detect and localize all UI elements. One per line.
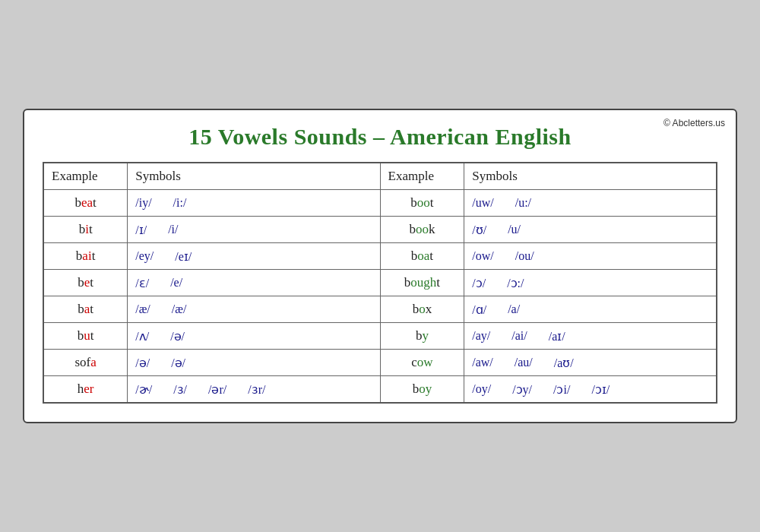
symbol-item: /aw/	[472, 356, 493, 369]
example-post: t	[90, 302, 93, 316]
symbols-right: /ay//ai//aɪ/	[464, 323, 717, 350]
example-right: bought	[380, 270, 464, 296]
example-pre: b	[409, 222, 416, 236]
example-post: t	[90, 328, 94, 343]
symbol-item: /aɪ/	[549, 329, 565, 344]
symbols-right: /oy//ɔy//ɔi//ɔɪ/	[464, 376, 717, 404]
symbols-right: /ow//ou/	[464, 243, 717, 270]
example-post: x	[426, 302, 432, 316]
example-left: her	[43, 376, 128, 404]
example-post: k	[429, 222, 435, 236]
symbol-item: /ɪ/	[135, 223, 147, 237]
example-vowel: ow	[417, 355, 433, 369]
example-vowel: u	[84, 328, 90, 343]
symbols-left: /æ//æ/	[128, 296, 380, 323]
symbols-left: /ey//eɪ/	[128, 243, 380, 270]
table-row: bait/ey//eɪ/boat/ow//ou/	[43, 243, 717, 270]
example-right: boy	[380, 376, 464, 404]
symbol-item: /u:/	[515, 196, 531, 210]
header-example1: Example	[43, 163, 128, 190]
example-vowel: er	[84, 382, 93, 396]
header-symbols1: Symbols	[128, 163, 380, 190]
symbol-item: /ə/	[170, 329, 185, 344]
example-right: boat	[380, 243, 464, 270]
symbol-item: /ɔi/	[553, 382, 570, 397]
symbol-item: /æ/	[135, 302, 150, 316]
example-vowel: y	[422, 328, 429, 343]
symbol-item: /ey/	[135, 249, 154, 263]
symbol-item: /e/	[170, 276, 182, 290]
example-post: t	[436, 275, 440, 290]
example-right: box	[380, 296, 464, 323]
example-vowel: ai	[82, 249, 91, 263]
example-left: sofa	[43, 350, 128, 376]
vowels-table: Example Symbols Example Symbols beat/iy/…	[43, 162, 717, 404]
table-row: but/ʌ//ə/by/ay//ai//aɪ/	[43, 323, 717, 350]
symbols-left: /iy//i:/	[128, 190, 380, 217]
symbol-item: /u/	[508, 223, 521, 236]
page-title: 15 Vowels Sounds – American English	[43, 124, 717, 150]
example-pre: sof	[74, 355, 90, 369]
table-row: beat/iy//i:/boot/uw//u:/	[43, 190, 717, 217]
example-pre: b	[413, 382, 420, 396]
symbol-item: /i:/	[173, 196, 187, 210]
symbol-item: /i/	[168, 223, 178, 236]
symbols-left: /ɛ//e/	[128, 270, 380, 296]
symbol-item: /ə/	[135, 356, 150, 370]
symbol-item: /ai/	[511, 329, 527, 343]
example-pre: b	[410, 195, 417, 210]
table-row: sofa/ə//ə/cow/aw//au//aʊ/	[43, 350, 717, 376]
symbol-item: /ɔy/	[512, 382, 532, 397]
header-example2: Example	[380, 163, 464, 190]
symbols-left: /ʌ//ə/	[128, 323, 380, 350]
header-row: Example Symbols Example Symbols	[43, 163, 717, 190]
symbol-item: /ow/	[472, 249, 493, 263]
example-pre: b	[78, 328, 84, 343]
example-pre: b	[78, 302, 84, 316]
example-vowel: ough	[410, 275, 436, 290]
example-vowel: ea	[81, 195, 93, 210]
symbols-left: /ɪ//i/	[128, 217, 380, 243]
example-pre: b	[411, 249, 418, 263]
table-row: bet/ɛ//e/bought/ɔ//ɔ:/	[43, 270, 717, 296]
symbol-item: /ʊ/	[472, 223, 486, 237]
example-post: t	[430, 195, 434, 210]
example-pre: c	[411, 355, 417, 369]
symbols-right: /uw//u:/	[464, 190, 717, 217]
example-vowel: oo	[417, 195, 430, 210]
symbol-item: /iy/	[135, 196, 151, 210]
example-pre: h	[78, 382, 84, 396]
example-right: book	[380, 217, 464, 243]
example-pre: b	[79, 222, 86, 236]
example-right: boot	[380, 190, 464, 217]
example-pre: b	[78, 275, 84, 290]
example-left: bet	[43, 270, 128, 296]
symbol-item: /eɪ/	[175, 249, 192, 264]
example-pre: b	[74, 195, 81, 210]
example-left: bit	[43, 217, 128, 243]
example-vowel: o	[419, 302, 426, 316]
example-right: cow	[380, 350, 464, 376]
copyright-text: © Abcletters.us	[663, 118, 725, 128]
example-post: t	[90, 275, 93, 290]
symbol-item: /ɑ/	[472, 302, 486, 317]
main-card: © Abcletters.us 15 Vowels Sounds – Ameri…	[23, 109, 737, 423]
example-vowel: oy	[419, 382, 432, 396]
symbol-item: /ə/	[171, 356, 185, 370]
example-post: t	[93, 195, 97, 210]
example-post: t	[429, 249, 433, 263]
symbol-item: /a/	[508, 302, 520, 316]
symbols-right: /ɑ//a/	[464, 296, 717, 323]
symbol-item: /ɔ:/	[507, 276, 524, 290]
example-left: beat	[43, 190, 128, 217]
example-pre: b	[404, 275, 411, 290]
example-vowel: oo	[416, 222, 429, 236]
symbol-item: /ər/	[208, 382, 226, 397]
symbol-item: /aʊ/	[554, 356, 574, 370]
symbol-item: /ɔɪ/	[591, 382, 610, 397]
example-post: t	[92, 249, 96, 263]
example-pre: b	[413, 302, 420, 316]
symbols-right: /ʊ//u/	[464, 217, 717, 243]
symbol-item: /oy/	[472, 382, 491, 396]
table-row: bit/ɪ//i/book/ʊ//u/	[43, 217, 717, 243]
